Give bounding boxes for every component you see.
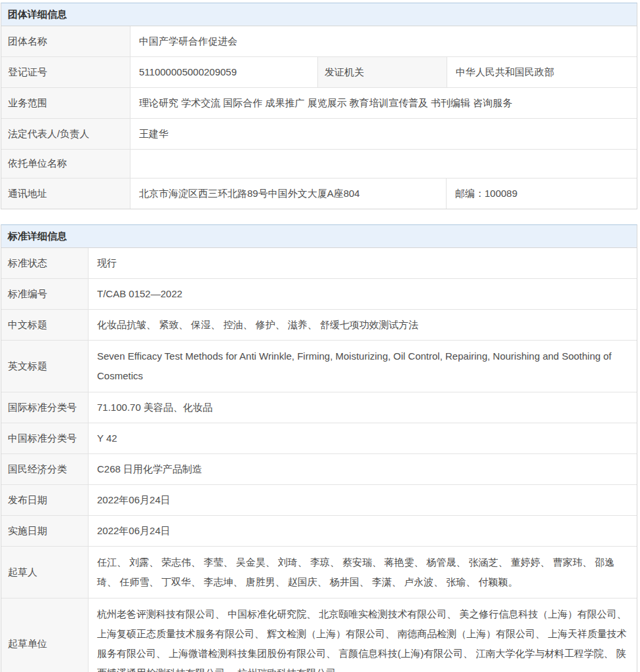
- postcode-value: 邮编：100089: [447, 178, 637, 209]
- row-value: Y 42: [89, 423, 637, 453]
- row-value: 现行: [89, 248, 637, 278]
- table-row-standard-drafters: 起草人 任江、 刘露、 荣志伟、 李莹、 吴金昊、 刘琦、 李琼、 蔡安瑞、 蒋…: [1, 547, 637, 598]
- table-row-standard-ccs: 中国标准分类号 Y 42: [1, 423, 637, 454]
- row-label: 标准编号: [1, 279, 89, 309]
- group-table-title: 团体详细信息: [1, 3, 637, 26]
- row-label: 标准状态: [1, 248, 89, 278]
- table-row-standard-code: 标准编号 T/CAB 0152—2022: [1, 279, 637, 310]
- table-row-standard-implement-date: 实施日期 2022年06月24日: [1, 516, 637, 547]
- row-value: 王建华: [130, 119, 637, 149]
- row-value: 中国产学研合作促进会: [130, 26, 637, 56]
- table-row-standard-drafting-units: 起草单位 杭州老爸评测科技有限公司、 中国标准化研究院、 北京颐唯实检测技术有限…: [1, 598, 637, 672]
- table-row-standard-english-title: 英文标题 Seven Efficacy Test Methods for Ant…: [1, 341, 637, 392]
- table-row-standard-publish-date: 发布日期 2022年06月24日: [1, 485, 637, 516]
- row-label: 国民经济分类: [1, 454, 89, 484]
- row-label: 英文标题: [1, 341, 89, 392]
- row-value: 71.100.70 美容品、化妆品: [89, 392, 637, 423]
- table-row-standard-ics: 国际标准分类号 71.100.70 美容品、化妆品: [1, 392, 637, 423]
- row-label: 发布日期: [1, 485, 89, 515]
- row-label: 起草单位: [1, 598, 89, 672]
- table-row-group-name: 团体名称 中国产学研合作促进会: [1, 26, 637, 57]
- row-label: 起草人: [1, 547, 89, 598]
- table-row-group-scope: 业务范围 理论研究 学术交流 国际合作 成果推广 展览展示 教育培训宣传普及 书…: [1, 88, 637, 119]
- row-value: 北京市海淀区西三环北路89号中国外文大厦A座804: [130, 178, 447, 209]
- row-label: 通讯地址: [1, 178, 130, 209]
- row-value: C268 日用化学产品制造: [89, 454, 637, 484]
- row-label: 中文标题: [1, 310, 89, 340]
- table-row-group-dependent-unit: 依托单位名称: [1, 150, 637, 178]
- row-label: 实施日期: [1, 516, 89, 546]
- group-info-table: 团体详细信息 团体名称 中国产学研合作促进会 登记证号 511000005000…: [1, 3, 637, 209]
- row-value: 杭州老爸评测科技有限公司、 中国标准化研究院、 北京颐唯实检测技术有限公司、 美…: [89, 598, 637, 672]
- row-value: T/CAB 0152—2022: [89, 279, 637, 309]
- row-label: 业务范围: [1, 88, 130, 118]
- row-value: 2022年06月24日: [89, 485, 637, 515]
- row-value: 化妆品抗皱、 紧致、 保湿、 控油、 修护、 滋养、 舒缓七项功效测试方法: [89, 310, 637, 340]
- row-value-secondary: 中华人民共和国民政部: [447, 57, 637, 87]
- row-label: 中国标准分类号: [1, 423, 89, 453]
- table-row-group-registration: 登记证号 511000005000209059 发证机关 中华人民共和国民政部: [1, 57, 637, 88]
- row-label: 依托单位名称: [1, 150, 130, 178]
- row-value: [130, 150, 637, 178]
- row-value: 2022年06月24日: [89, 516, 637, 546]
- row-label: 法定代表人/负责人: [1, 119, 130, 149]
- row-value: 任江、 刘露、 荣志伟、 李莹、 吴金昊、 刘琦、 李琼、 蔡安瑞、 蒋艳雯、 …: [89, 547, 637, 598]
- row-label: 团体名称: [1, 26, 130, 56]
- row-value: Seven Efficacy Test Methods for Anti Wri…: [89, 341, 637, 392]
- table-row-standard-chinese-title: 中文标题 化妆品抗皱、 紧致、 保湿、 控油、 修护、 滋养、 舒缓七项功效测试…: [1, 310, 637, 341]
- row-label: 国际标准分类号: [1, 392, 89, 423]
- table-row-group-address: 通讯地址 北京市海淀区西三环北路89号中国外文大厦A座804 邮编：100089: [1, 178, 637, 209]
- row-label-secondary: 发证机关: [318, 57, 447, 87]
- row-value: 理论研究 学术交流 国际合作 成果推广 展览展示 教育培训宣传普及 书刊编辑 咨…: [130, 88, 637, 118]
- row-label: 登记证号: [1, 57, 130, 87]
- table-row-group-legal-representative: 法定代表人/负责人 王建华: [1, 119, 637, 150]
- standard-table-title: 标准详细信息: [1, 225, 637, 248]
- row-value: 511000005000209059: [130, 57, 318, 87]
- table-row-standard-status: 标准状态 现行: [1, 248, 637, 279]
- standard-info-table: 标准详细信息 标准状态 现行 标准编号 T/CAB 0152—2022 中文标题…: [1, 224, 637, 672]
- table-row-standard-economy-class: 国民经济分类 C268 日用化学产品制造: [1, 454, 637, 485]
